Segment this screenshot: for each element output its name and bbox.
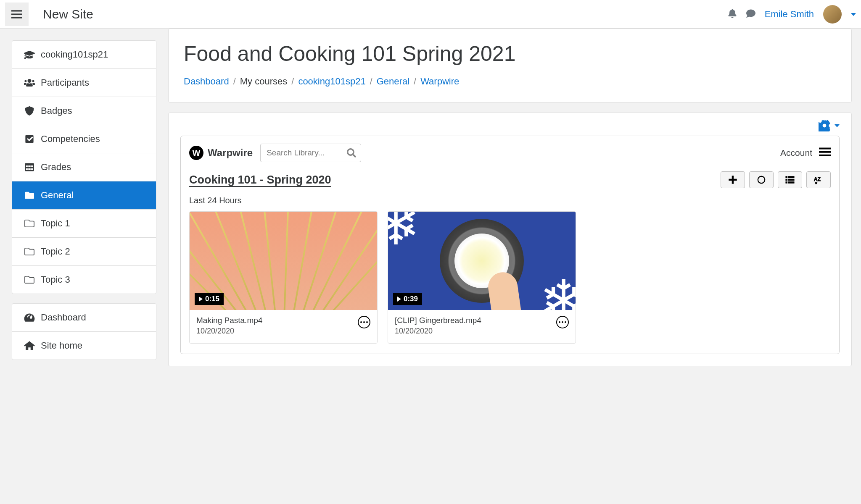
svg-rect-11	[786, 179, 787, 181]
svg-rect-9	[786, 176, 787, 178]
bc-sep: /	[414, 76, 416, 87]
header-card: Food and Cooking 101 Spring 2021 Dashboa…	[168, 29, 852, 102]
library-tools: AZ	[721, 171, 831, 188]
bc-course[interactable]: cooking101sp21	[298, 76, 365, 87]
sidebar-item-label: Participants	[41, 77, 89, 88]
warpwire-topbar: W Warpwire Account	[189, 144, 831, 162]
more-options-button[interactable]	[556, 316, 569, 328]
svg-rect-13	[786, 182, 787, 184]
bc-warpwire[interactable]: Warpwire	[420, 76, 459, 87]
folder-icon	[24, 191, 35, 200]
sidebar-item-participants[interactable]: Participants	[12, 68, 156, 97]
sort-button[interactable]: AZ	[806, 171, 831, 188]
gear-icon	[819, 120, 830, 131]
page-title: Food and Cooking 101 Spring 2021	[184, 42, 836, 66]
avatar[interactable]	[823, 5, 842, 24]
sort-az-icon: AZ	[813, 175, 824, 184]
shield-icon	[24, 106, 35, 116]
svg-rect-1	[11, 13, 22, 15]
video-card[interactable]: ❄ ❄ 0:39 [CLIP] Gingerbread.mp4 10/20/20…	[388, 211, 576, 344]
sidebar-item-label: Dashboard	[41, 312, 86, 323]
bc-general[interactable]: General	[377, 76, 409, 87]
video-meta: Making Pasta.mp4 10/20/2020	[190, 310, 377, 343]
check-square-icon	[24, 134, 35, 144]
sidebar-item-label: Topic 3	[41, 274, 70, 285]
add-button[interactable]	[721, 171, 745, 188]
warpwire-logo-text: Warpwire	[208, 147, 253, 159]
folder-o-icon	[24, 275, 35, 284]
search-icon	[347, 148, 356, 158]
table-icon	[24, 163, 35, 172]
account-link[interactable]: Account	[780, 148, 812, 158]
tachometer-icon	[24, 313, 35, 322]
warpwire-logo[interactable]: W Warpwire	[189, 146, 253, 160]
video-card[interactable]: 0:15 Making Pasta.mp4 10/20/2020	[189, 211, 378, 344]
svg-text:Z: Z	[818, 176, 821, 182]
svg-rect-14	[788, 182, 794, 184]
bc-sep: /	[233, 76, 236, 87]
svg-rect-3	[819, 148, 831, 150]
record-button[interactable]	[749, 171, 774, 188]
bc-mycourses: My courses	[240, 76, 287, 87]
video-meta: [CLIP] Gingerbread.mp4 10/20/2020	[388, 310, 576, 343]
nav-panel-course: cooking101sp21 Participants Badges Compe…	[12, 40, 156, 294]
warpwire-frame: W Warpwire Account Cookin	[180, 136, 840, 354]
user-name-link[interactable]: Emile Smith	[765, 9, 814, 20]
bc-sep: /	[291, 76, 294, 87]
library-header: Cooking 101 - Spring 2020 AZ	[189, 171, 831, 188]
sidebar-item-topic3[interactable]: Topic 3	[12, 265, 156, 294]
settings-menu[interactable]	[180, 120, 840, 131]
sidebar-item-sitehome[interactable]: Site home	[12, 331, 156, 360]
sidebar-item-topic1[interactable]: Topic 1	[12, 209, 156, 237]
list-icon	[784, 175, 795, 184]
bc-dashboard[interactable]: Dashboard	[184, 76, 229, 87]
main-content: Food and Cooking 101 Spring 2021 Dashboa…	[168, 29, 861, 381]
sidebar-item-course[interactable]: cooking101sp21	[12, 41, 156, 68]
video-grid: 0:15 Making Pasta.mp4 10/20/2020 ❄	[189, 211, 831, 344]
svg-rect-7	[729, 179, 737, 181]
warpwire-topbar-right: Account	[780, 147, 831, 158]
notifications-button[interactable]	[728, 9, 737, 19]
hamburger-button[interactable]	[5, 3, 29, 26]
site-title: New Site	[43, 7, 93, 21]
topbar-right: Emile Smith	[728, 5, 856, 24]
caret-down-icon	[835, 124, 840, 127]
sidebar-item-dashboard[interactable]: Dashboard	[12, 304, 156, 331]
video-thumbnail: 0:15	[190, 212, 377, 310]
nav-panel-site: Dashboard Site home	[12, 303, 156, 360]
video-date: 10/20/2020	[196, 327, 358, 336]
sidebar: cooking101sp21 Participants Badges Compe…	[0, 29, 168, 381]
breadcrumb: Dashboard / My courses / cooking101sp21 …	[184, 76, 836, 87]
svg-rect-4	[819, 151, 831, 153]
chat-icon	[746, 9, 755, 18]
video-thumbnail: ❄ ❄ 0:39	[388, 212, 576, 310]
sidebar-item-grades[interactable]: Grades	[12, 153, 156, 181]
sidebar-item-label: Site home	[41, 340, 82, 351]
hamburger-menu-button[interactable]	[819, 147, 831, 158]
list-view-button[interactable]	[778, 171, 802, 188]
plus-icon	[727, 175, 738, 184]
svg-rect-12	[788, 179, 794, 181]
user-menu-caret[interactable]	[851, 11, 856, 17]
video-title: [CLIP] Gingerbread.mp4	[395, 316, 556, 325]
sidebar-item-label: cooking101sp21	[41, 49, 108, 60]
sidebar-item-badges[interactable]: Badges	[12, 97, 156, 125]
sidebar-item-general[interactable]: General	[12, 181, 156, 209]
content-card: W Warpwire Account Cookin	[168, 113, 852, 366]
svg-rect-0	[11, 10, 22, 11]
svg-point-8	[758, 176, 765, 184]
sidebar-item-label: Grades	[41, 162, 71, 173]
library-title-link[interactable]: Cooking 101 - Spring 2020	[189, 173, 331, 186]
menu-icon	[819, 147, 831, 157]
sidebar-item-topic2[interactable]: Topic 2	[12, 237, 156, 265]
search-input[interactable]	[260, 144, 361, 162]
sidebar-item-competencies[interactable]: Competencies	[12, 125, 156, 153]
more-options-button[interactable]	[358, 316, 370, 328]
hamburger-icon	[11, 9, 22, 20]
svg-rect-5	[819, 155, 831, 156]
search-container	[260, 144, 361, 162]
messages-button[interactable]	[746, 9, 755, 19]
video-date: 10/20/2020	[395, 327, 556, 336]
folder-o-icon	[24, 219, 35, 228]
section-label: Last 24 Hours	[189, 196, 831, 205]
